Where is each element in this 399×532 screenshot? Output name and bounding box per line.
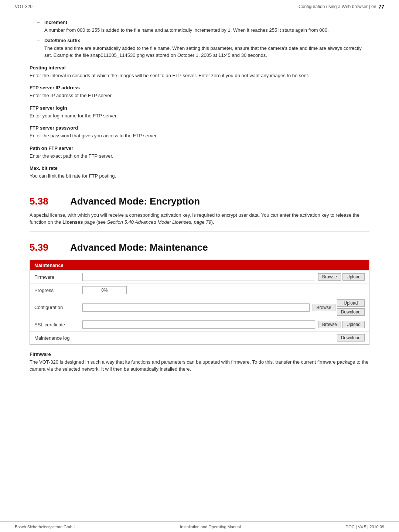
- bullet-item-increment: – Increment A number from 000 to 255 is …: [30, 20, 369, 34]
- bullet-dash-increment: –: [37, 20, 44, 34]
- chapter-539-title: Advanced Mode: Maintenance: [70, 242, 208, 253]
- progress-label: Progress: [34, 288, 82, 293]
- divider-1: [30, 185, 369, 185]
- chapter-538-text-bold: Licenses: [62, 219, 83, 225]
- ftp-login-heading: FTP server login: [30, 105, 369, 111]
- firmware-upload-button[interactable]: Upload: [342, 273, 365, 281]
- firmware-input[interactable]: [82, 273, 315, 281]
- progress-row: Progress: [30, 284, 369, 297]
- maintenance-header: Maintenance: [30, 260, 369, 270]
- header-product: VOT-320: [15, 4, 33, 9]
- chapter-538-number: 5.38: [30, 196, 55, 207]
- ftp-path-heading: Path on FTP server: [30, 145, 369, 151]
- chapter-538-row: 5.38 Advanced Mode: Encryption: [30, 196, 369, 207]
- footer-doc: DOC | V4.5 | 2010.09: [345, 525, 384, 529]
- footer-company: Bosch Sicherheitssysteme GmbH: [15, 525, 75, 529]
- firmware-row: Firmware Browse Upload: [30, 270, 369, 284]
- main-content: – Increment A number from 000 to 255 is …: [0, 12, 399, 383]
- increment-text: A number from 000 to 255 is added to the…: [44, 27, 369, 34]
- divider-2: [30, 231, 369, 231]
- ssl-row: SSL certificate Browse Upload: [30, 318, 369, 331]
- bullet-dash-datetime: –: [37, 38, 44, 59]
- ssl-input[interactable]: [82, 320, 315, 329]
- firmware-section-heading: Firmware: [30, 351, 369, 357]
- firmware-section-text: The VOT-320 is designed in such a way th…: [30, 358, 369, 373]
- maintenance-log-label: Maintenance log: [34, 335, 82, 341]
- page-number: 77: [378, 4, 384, 10]
- chapter-538-text-end: ).: [211, 219, 214, 225]
- datetime-title: Date/time suffix: [44, 38, 369, 43]
- firmware-label: Firmware: [34, 274, 82, 280]
- chapter-539-number: 5.39: [30, 242, 55, 253]
- maintenance-log-download-button[interactable]: Download: [337, 334, 365, 341]
- bullet-list: – Increment A number from 000 to 255 is …: [30, 20, 369, 59]
- max-bitrate-heading: Max. bit rate: [30, 165, 369, 171]
- chapter-538-text-italic: Section 5.40 Advanced Mode: Licenses, pa…: [107, 219, 211, 225]
- posting-interval-heading: Posting interval: [30, 65, 369, 71]
- ftp-ip-heading: FTP server IP address: [30, 85, 369, 90]
- maintenance-table: Maintenance Firmware Browse Upload Progr…: [30, 260, 369, 345]
- ftp-path-text: Enter the exact path on the FTP server.: [30, 152, 369, 160]
- ftp-password-heading: FTP server password: [30, 125, 369, 131]
- bullet-item-datetime: – Date/time suffix The date and time are…: [30, 38, 369, 59]
- ftp-ip-text: Enter the IP address of the FTP server.: [30, 92, 369, 99]
- header-section: Configuration using a Web browser | en: [299, 4, 376, 9]
- header-right: Configuration using a Web browser | en 7…: [299, 4, 384, 10]
- max-bitrate-text: You can limit the bit rate for FTP posti…: [30, 172, 369, 180]
- bullet-content-increment: Increment A number from 000 to 255 is ad…: [44, 20, 369, 34]
- firmware-browse-button[interactable]: Browse: [318, 273, 341, 281]
- chapter-538-text: A special license, with which you will r…: [30, 212, 369, 226]
- ftp-login-text: Enter your login name for the FTP server…: [30, 112, 369, 120]
- ssl-browse-button[interactable]: Browse: [318, 321, 341, 328]
- ssl-upload-button[interactable]: Upload: [342, 321, 365, 328]
- footer-manual: Installation and Operating Manual: [180, 525, 241, 529]
- chapter-538-text-after: page (see: [83, 219, 107, 225]
- datetime-text: The date and time are automatically adde…: [44, 45, 369, 59]
- chapter-539-row: 5.39 Advanced Mode: Maintenance: [30, 242, 369, 253]
- ssl-label: SSL certificate: [34, 322, 82, 327]
- page-footer: Bosch Sicherheitssysteme GmbH Installati…: [0, 521, 399, 532]
- configuration-input[interactable]: [82, 303, 310, 312]
- increment-title: Increment: [44, 20, 369, 25]
- bullet-content-datetime: Date/time suffix The date and time are a…: [44, 38, 369, 59]
- progress-input: [82, 286, 127, 294]
- posting-interval-text: Enter the interval in seconds at which t…: [30, 72, 369, 79]
- page-header: VOT-320 Configuration using a Web browse…: [0, 0, 399, 12]
- configuration-label: Configuration: [34, 305, 82, 310]
- chapter-538-title: Advanced Mode: Encryption: [70, 196, 200, 207]
- ftp-password-text: Enter the password that gives you access…: [30, 132, 369, 140]
- configuration-row: Configuration Browse Upload Download: [30, 297, 369, 318]
- configuration-browse-button[interactable]: Browse: [313, 304, 335, 311]
- configuration-download-button[interactable]: Download: [337, 308, 365, 316]
- configuration-action-buttons: Upload Download: [337, 299, 365, 316]
- maintenance-log-row: Maintenance log Download: [30, 331, 369, 344]
- configuration-upload-button[interactable]: Upload: [337, 299, 365, 307]
